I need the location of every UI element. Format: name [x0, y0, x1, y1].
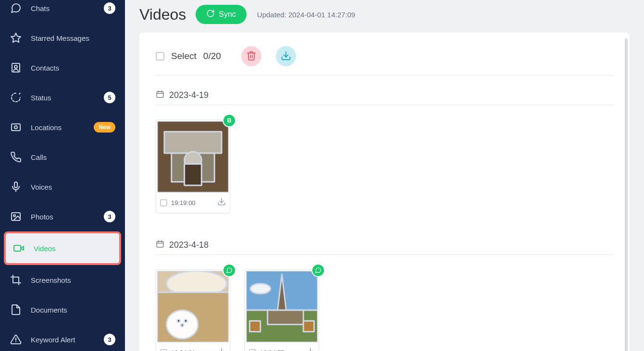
refresh-icon — [206, 9, 215, 20]
contacts-icon — [10, 61, 22, 74]
sidebar-item-documents[interactable]: Documents — [0, 295, 125, 325]
video-download-button[interactable] — [217, 347, 226, 351]
page-title: Videos — [139, 6, 186, 24]
video-download-button[interactable] — [306, 347, 315, 351]
sidebar-item-status[interactable]: Status 5 — [0, 83, 125, 112]
main-content: Videos Sync Updated: 2024-04-01 14:27:09… — [125, 0, 644, 351]
sidebar-item-label: Keyword Alert — [31, 336, 104, 344]
videos-panel: Select 0/20 — [139, 33, 630, 351]
whatsapp-badge-icon — [223, 265, 235, 276]
svg-point-32 — [177, 319, 180, 322]
trash-icon — [246, 50, 257, 62]
panel-scrollbar[interactable] — [625, 38, 628, 351]
sidebar-item-label: Screenshots — [31, 276, 115, 284]
updated-text: Updated: 2024-04-01 14:27:09 — [257, 11, 355, 19]
sidebar-item-calls[interactable]: Calls — [0, 142, 125, 172]
badge-new: New — [94, 122, 115, 133]
date-group: 2023-4-18 — [156, 240, 613, 351]
sidebar-item-voices[interactable]: Voices — [0, 172, 125, 202]
sidebar: Chats 3 Starred Messages Contacts Status… — [0, 0, 125, 351]
svg-marker-0 — [11, 33, 21, 42]
video-card[interactable]: 19:04:57 — [245, 269, 319, 351]
calendar-icon — [156, 240, 164, 251]
sidebar-item-label: Documents — [31, 306, 115, 314]
sidebar-item-highlight-frame: Videos — [4, 231, 121, 265]
source-badge: B — [223, 115, 235, 126]
sidebar-item-label: Photos — [31, 213, 104, 221]
badge-count: 3 — [104, 2, 115, 14]
sidebar-item-label: Locations — [31, 123, 94, 132]
sidebar-item-photos[interactable]: Photos 3 — [0, 202, 125, 231]
video-thumb-row: B 19:19:00 — [156, 120, 613, 213]
sidebar-item-label: Starred Messages — [31, 34, 115, 42]
svg-rect-9 — [14, 245, 21, 251]
svg-rect-42 — [303, 321, 314, 331]
svg-rect-14 — [157, 92, 163, 97]
svg-rect-22 — [185, 164, 202, 185]
sidebar-item-keyword-alert[interactable]: Keyword Alert 3 — [0, 325, 125, 351]
download-all-button[interactable] — [276, 46, 296, 66]
date-text: 2023-4-18 — [169, 240, 209, 250]
date-text: 2023-4-19 — [169, 90, 209, 100]
crop-icon — [10, 274, 22, 286]
video-download-button[interactable] — [217, 197, 226, 208]
sidebar-item-label: Contacts — [31, 64, 115, 72]
svg-point-33 — [185, 319, 187, 322]
select-all-label: Select — [171, 51, 197, 61]
video-timestamp: 19:04:31 — [171, 349, 217, 351]
svg-rect-19 — [164, 132, 222, 153]
header-row: Videos Sync Updated: 2024-04-01 14:27:09 — [139, 5, 630, 30]
badge-count: 3 — [104, 211, 115, 222]
video-thumbnail — [157, 271, 229, 342]
sidebar-item-videos[interactable]: Videos — [6, 233, 119, 263]
svg-point-4 — [14, 126, 17, 129]
video-card-footer: 19:19:00 — [156, 193, 230, 213]
status-icon — [10, 91, 22, 104]
download-icon — [281, 50, 291, 62]
delete-button[interactable] — [241, 46, 261, 66]
badge-count: 3 — [104, 334, 115, 345]
svg-rect-41 — [249, 321, 260, 331]
date-header: 2023-4-18 — [156, 240, 613, 255]
video-card[interactable]: 19:04:31 — [156, 269, 230, 351]
sidebar-item-screenshots[interactable]: Screenshots — [0, 265, 125, 295]
svg-point-40 — [250, 284, 271, 294]
phone-icon — [10, 151, 22, 163]
video-card-footer: 19:04:57 — [245, 342, 319, 351]
select-all-checkbox[interactable] — [156, 52, 164, 61]
video-timestamp: 19:04:57 — [260, 349, 306, 351]
date-header: 2023-4-19 — [156, 90, 613, 105]
badge-count: 5 — [104, 92, 115, 103]
sidebar-item-label: Status — [31, 94, 104, 102]
selection-count: 0/20 — [203, 51, 221, 61]
sidebar-item-chats[interactable]: Chats 3 — [0, 0, 125, 23]
microphone-icon — [10, 181, 22, 193]
video-timestamp: 19:19:00 — [171, 199, 217, 206]
sidebar-item-locations[interactable]: Locations New — [0, 112, 125, 142]
sidebar-item-label: Voices — [31, 183, 115, 191]
alert-triangle-icon — [10, 333, 22, 346]
chat-bubble-icon — [10, 2, 22, 14]
video-card-footer: 19:04:31 — [156, 342, 230, 351]
sync-button[interactable]: Sync — [196, 5, 247, 24]
location-icon — [10, 121, 22, 133]
video-select-checkbox[interactable] — [249, 349, 256, 351]
svg-point-8 — [13, 215, 15, 217]
app-root: Chats 3 Starred Messages Contacts Status… — [0, 0, 644, 351]
sidebar-item-starred[interactable]: Starred Messages — [0, 23, 125, 53]
video-thumbnail — [246, 271, 318, 342]
sidebar-item-contacts[interactable]: Contacts — [0, 53, 125, 83]
video-select-checkbox[interactable] — [160, 349, 167, 351]
video-card[interactable]: B 19:19:00 — [156, 120, 230, 213]
svg-point-2 — [14, 65, 17, 68]
svg-rect-5 — [14, 182, 17, 188]
svg-rect-24 — [157, 242, 163, 247]
date-group: 2023-4-19 B 19:1 — [156, 90, 613, 213]
video-thumbnail — [157, 121, 229, 193]
sync-button-label: Sync — [219, 10, 236, 19]
video-select-checkbox[interactable] — [160, 199, 167, 206]
svg-point-34 — [181, 324, 184, 327]
star-icon — [10, 32, 22, 44]
sidebar-item-label: Calls — [31, 153, 115, 161]
video-thumb-row: 19:04:31 — [156, 269, 613, 351]
